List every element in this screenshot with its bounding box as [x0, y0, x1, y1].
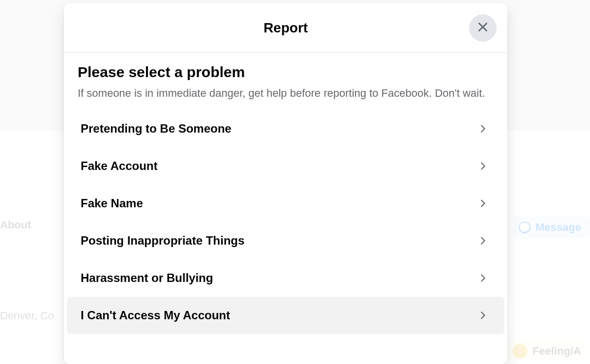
dialog-subheading: If someone is in immediate danger, get h… — [78, 85, 494, 101]
dialog-heading: Please select a problem — [78, 64, 494, 81]
report-option-label: Harassment or Bullying — [81, 271, 213, 285]
chevron-right-icon — [476, 234, 490, 248]
report-option[interactable]: Fake Account — [67, 147, 504, 185]
report-option-label: I Can't Access My Account — [81, 308, 230, 322]
close-button[interactable] — [469, 14, 497, 42]
dialog-body: Please select a problem If someone is in… — [64, 53, 507, 364]
dialog-header: Report — [64, 3, 507, 53]
close-icon — [476, 21, 489, 35]
chevron-right-icon — [476, 196, 490, 210]
chevron-right-icon — [476, 308, 490, 322]
report-option-label: Fake Account — [81, 159, 157, 173]
report-option[interactable]: Pretending to Be Someone — [67, 110, 504, 147]
chevron-right-icon — [476, 271, 490, 285]
chevron-right-icon — [476, 159, 490, 173]
report-option[interactable]: Fake Name — [67, 185, 504, 222]
report-option[interactable]: I Can't Access My Account — [67, 297, 504, 334]
report-option-label: Posting Inappropriate Things — [81, 234, 244, 248]
report-option-label: Fake Name — [81, 196, 143, 210]
report-option-label: Pretending to Be Someone — [81, 122, 232, 136]
report-option[interactable]: Harassment or Bullying — [67, 259, 504, 297]
dialog-title: Report — [264, 20, 308, 36]
report-options-list[interactable]: Pretending to Be SomeoneFake AccountFake… — [64, 110, 507, 364]
chevron-right-icon — [476, 122, 490, 136]
report-option[interactable]: Posting Inappropriate Things — [67, 222, 504, 259]
dialog-intro: Please select a problem If someone is in… — [64, 53, 507, 110]
report-dialog: Report Please select a problem If someon… — [64, 3, 507, 364]
